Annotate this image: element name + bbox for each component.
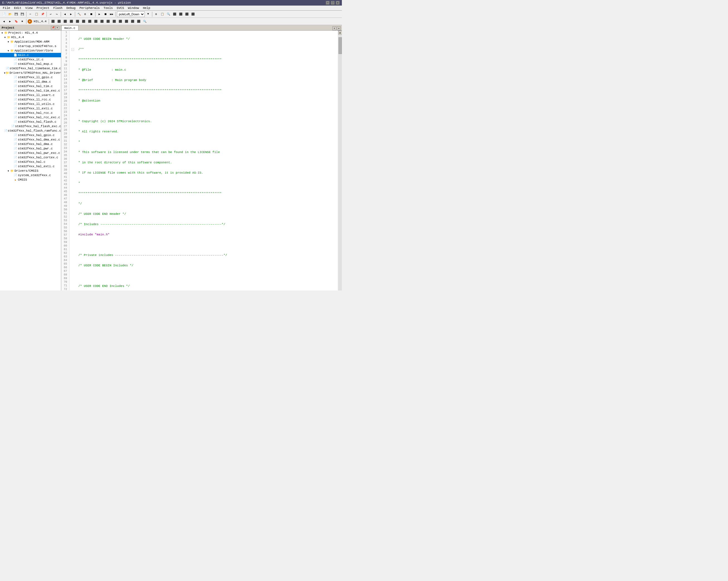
toolbar2-btn7[interactable]: ⬛ (87, 19, 93, 24)
tree-cmsis[interactable]: ◆ CMSIS (0, 177, 61, 182)
project-close-button[interactable]: ✕ (55, 26, 59, 30)
menu-debug[interactable]: Debug (64, 6, 77, 10)
tree-hal-flash-ex[interactable]: 📄 stm32f4xx_hal_flash_exc.c (0, 124, 61, 129)
editor-tab-main-c[interactable]: main.c (61, 25, 79, 30)
menu-file[interactable]: File (1, 6, 12, 10)
open-button[interactable]: 📂 (7, 11, 13, 17)
undo-button[interactable]: ↩ (48, 11, 53, 17)
save-all-button[interactable]: 💾 (20, 11, 25, 17)
nav-back-button[interactable]: ◀ (62, 11, 68, 17)
tree-hal-flash-ram[interactable]: 📄 stm32f4xx_hal_flash_ramfunc.c (0, 129, 61, 133)
tree-hal-rcc-ex[interactable]: 📄 stm32f4xx_hal_rcc_exc.c (0, 115, 61, 120)
tree-hal-dma[interactable]: 📄 stm32f4xx_hal_dma.c (0, 142, 61, 146)
menu-tools[interactable]: Tools (102, 6, 114, 10)
tree-mdk-arm[interactable]: ▼ 📁 Application/MDK-ARM (0, 39, 61, 44)
cut-button[interactable]: ✂ (28, 11, 33, 17)
menu-view[interactable]: View (24, 6, 34, 10)
toolbar2-btn13[interactable]: ⬛ (124, 19, 129, 24)
copy-button[interactable]: 📋 (34, 11, 39, 17)
toolbar2-btn8[interactable]: ⬛ (93, 19, 99, 24)
editor-float-button[interactable]: ⬆ (332, 26, 336, 30)
menu-help[interactable]: Help (141, 6, 152, 10)
nav-forward-button[interactable]: ▶ (68, 11, 74, 17)
minimize-button[interactable]: ─ (326, 1, 330, 5)
tree-main-c[interactable]: 📄 main.c (0, 53, 61, 57)
toolbar2-btn6[interactable]: ⬛ (81, 19, 86, 24)
tree-hal-flash[interactable]: 📄 stm32f4xx_hal_flash.c (0, 120, 61, 124)
tree-startup[interactable]: 📄 startup_stm32f407xx.s (0, 44, 61, 49)
toolbar2-btn2[interactable]: ⬛ (56, 19, 62, 24)
fold-2[interactable]: - (71, 48, 74, 51)
scroll-thumb[interactable] (339, 37, 342, 54)
dropdown-arrow[interactable]: ▼ (145, 11, 151, 17)
build-button[interactable]: 🔨 (76, 11, 82, 17)
toolbar2-btn9[interactable]: ⬛ (99, 19, 105, 24)
code-v-scrollbar[interactable]: ▲ ▼ (338, 31, 342, 290)
extra3-button[interactable]: ⬛ (184, 11, 189, 17)
extra2-button[interactable]: ⬛ (178, 11, 183, 17)
tree-ll-exti[interactable]: 📄 stm32f4xx_ll_exti.c (0, 106, 61, 111)
target-dropdown[interactable]: poleLeft_Down (117, 11, 145, 17)
build-all-button[interactable]: ⚙ (82, 11, 88, 17)
toolbar2-btn12[interactable]: ⬛ (118, 19, 123, 24)
stop-debug-button[interactable]: ⏹ (103, 11, 108, 17)
menu-edit[interactable]: Edit (12, 6, 23, 10)
tree-hil44[interactable]: ▼ 📁 HIL_4.4 (0, 35, 61, 39)
tree-hal-pwr-ex[interactable]: 📄 stm32f4xx_hal_pwr_exc.c (0, 151, 61, 155)
tree-user-core[interactable]: ▼ 📁 Application/User/Core (0, 49, 61, 53)
tree-ll-gpio[interactable]: 📄 stm32f4xx_ll_gpio.c (0, 75, 61, 80)
menu-project[interactable]: Project (35, 6, 51, 10)
project-pin-button[interactable]: 📌 (51, 26, 55, 30)
run-button[interactable]: ▶▶ (109, 11, 114, 17)
scroll-track[interactable] (339, 34, 342, 290)
manage-button[interactable]: 📋 (159, 11, 165, 17)
tree-msp[interactable]: 📄 stm32f4xx_hal_msp.c (0, 62, 61, 66)
extra4-button[interactable]: ⬛ (190, 11, 196, 17)
toolbar2-btn14[interactable]: ⬛ (130, 19, 135, 24)
toolbar2-btn11[interactable]: ⬛ (111, 19, 117, 24)
tree-root[interactable]: ▼ 📁 Project: HIL_4.4 (0, 31, 61, 35)
toolbar2-btn5[interactable]: ⬛ (75, 19, 80, 24)
stop-build-button[interactable]: ⏹ (88, 11, 94, 17)
extra1-button[interactable]: ⬛ (172, 11, 177, 17)
menu-svcs[interactable]: SVCS (115, 6, 126, 10)
tree-hal-tim[interactable]: 📄 stm32f4xx_hal_tim.c (0, 84, 61, 88)
save-button[interactable]: 💾 (14, 11, 19, 17)
new-file-button[interactable]: 📄 (1, 11, 7, 17)
toolbar2-btn15[interactable]: ⬛ (136, 19, 141, 24)
code-content[interactable]: /* USER CODE BEGIN Header */ - /** *****… (70, 31, 338, 290)
tree-hal[interactable]: 📄 stm32f4xx_hal.c (0, 160, 61, 164)
tree-ll-usart[interactable]: 📄 stm32f4xx_ll_usart.c (0, 93, 61, 98)
search-button[interactable]: 🔍 (166, 11, 171, 17)
tree-system-stm32[interactable]: 📄 system_stm32f4xx.c (0, 173, 61, 177)
tree-ll-utils[interactable]: 📄 stm32f4xx_ll_utils.c (0, 102, 61, 106)
debug-button[interactable]: ▶ (97, 11, 102, 17)
menu-flash[interactable]: Flash (52, 6, 64, 10)
bookmark-next-button[interactable]: ▶ (7, 19, 13, 24)
tree-hal-driver[interactable]: ▼ 📁 Drivers/STM32F4xx_HAL_Driver (0, 71, 61, 75)
tree-ll-dma[interactable]: 📄 stm32f4xx_ll_dma.c (0, 80, 61, 84)
tree-hal-exti[interactable]: 📄 stm32f4xx_hal_exti.c (0, 164, 61, 169)
toolbar2-btn1[interactable]: ⬛ (50, 19, 56, 24)
tree-hal-rcc[interactable]: 📄 stm32f4xx_hal_rcc.c (0, 111, 61, 115)
bookmark-prev-button[interactable]: ◀ (1, 19, 7, 24)
maximize-button[interactable]: □ (331, 1, 335, 5)
toolbar2-btn10[interactable]: ⬛ (105, 19, 111, 24)
tree-hal-pwr[interactable]: 📄 stm32f4xx_hal_pwr.c (0, 146, 61, 151)
tree-hal-dma-ex[interactable]: 📄 stm32f4xx_hal_dma_exc.c (0, 137, 61, 142)
tree-hal-tim-ex[interactable]: 📄 stm32f4xx_hal_tim_exc.c (0, 88, 61, 93)
tree-timebase[interactable]: 📄 stm32f4xx_hal_timebase_tim.c (0, 66, 61, 71)
toolbar2-btn3[interactable]: ⬛ (62, 19, 68, 24)
options-button[interactable]: ⚙ (153, 11, 159, 17)
close-button[interactable]: ✕ (336, 1, 340, 5)
tree-hal-cortex[interactable]: 📄 stm32f4xx_hal_cortex.c (0, 155, 61, 160)
menu-peripherals[interactable]: Peripherals (78, 6, 101, 10)
menu-window[interactable]: Window (126, 6, 141, 10)
tree-it[interactable]: 📄 stm32f4xx_it.c (0, 57, 61, 62)
paste-button[interactable]: 📌 (40, 11, 45, 17)
editor-close-button[interactable]: ✕ (337, 26, 341, 30)
tree-ll-rcc[interactable]: 📄 stm32f4xx_ll_rcc.c (0, 98, 61, 102)
toolbar2-btn4[interactable]: ⬛ (69, 19, 74, 24)
tree-cmsis-folder[interactable]: ▼ 📁 Drivers/CMSIS (0, 169, 61, 173)
target-options-button[interactable]: ◆ (28, 19, 32, 24)
